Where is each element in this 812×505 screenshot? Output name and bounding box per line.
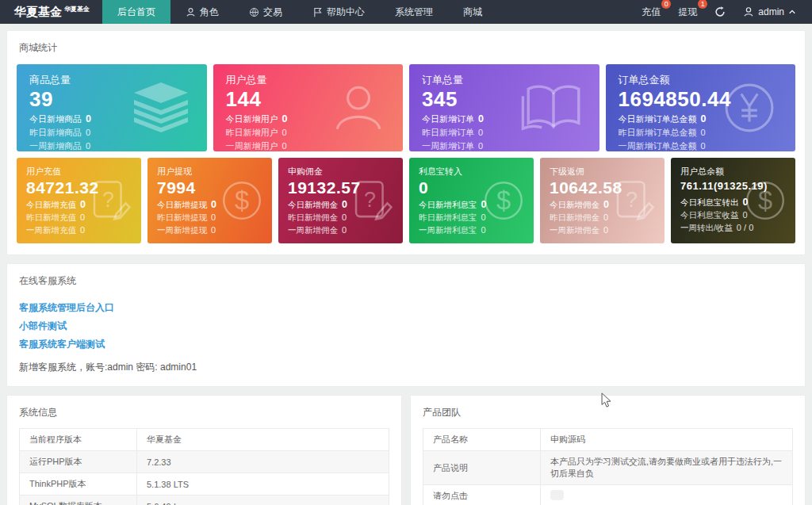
logo-subtitle: 华夏基金 xyxy=(64,5,90,13)
card-stat-line: 一周新增佣金 0 xyxy=(550,225,655,236)
refresh-icon[interactable] xyxy=(714,6,726,17)
nav-item-roles[interactable]: 角色 xyxy=(170,0,234,24)
big-stat-cards: 商品总量39今日新增商品 0昨日新增商品 0一周新增商品 0用户总量144今日新… xyxy=(7,62,805,151)
stat-card-interest-in[interactable]: 利息宝转入0今日新增利息宝 0昨日新增利息宝 0一周新增利息宝 0$ xyxy=(409,158,534,243)
svg-text:$: $ xyxy=(496,186,511,215)
nav-item-label: 帮助中心 xyxy=(327,6,365,19)
main-content: 商城统计 商品总量39今日新增商品 0昨日新增商品 0一周新增商品 0用户总量1… xyxy=(0,24,812,505)
user-icon xyxy=(743,6,754,17)
table-value: 申购源码 xyxy=(550,434,585,444)
card-stat-line: 一周新增提现 0 xyxy=(157,225,262,236)
svg-text:?: ? xyxy=(364,188,376,212)
svg-text:$: $ xyxy=(235,186,249,215)
card-stat-line: 一周新增利息宝 0 xyxy=(419,225,524,236)
nav-item-home[interactable]: 后台首页 xyxy=(102,0,170,24)
svg-text:$: $ xyxy=(758,186,772,215)
product-team-title: 产品团队 xyxy=(411,396,805,427)
stat-card-order-amount[interactable]: 订单总金额1694850.44今日新增订单总金额 0昨日新增订单总金额 0一周新… xyxy=(606,64,796,151)
nav-item-label: 商城 xyxy=(463,6,482,19)
card-title: 申购佣金 xyxy=(288,166,393,178)
person-icon xyxy=(186,7,196,17)
card-stat-line: 一周新增充值 0 xyxy=(26,225,132,236)
user-menu[interactable]: admin xyxy=(743,6,796,17)
stat-card-commission[interactable]: 申购佣金19132.57今日新增佣金 0昨日新增佣金 0一周新增佣金 0? xyxy=(278,158,403,243)
nav-item-label: 角色 xyxy=(200,6,219,19)
service-link-widget-test[interactable]: 小部件测试 xyxy=(19,319,793,333)
book-icon xyxy=(520,82,587,134)
mall-stats-title: 商城统计 xyxy=(7,31,805,62)
dollar-icon: $ xyxy=(481,180,526,221)
product-team-table: 产品名称申购源码产品说明本产品只为学习测试交流,请勿要做商业或者用于违法行为,一… xyxy=(423,428,793,505)
withdraw-button[interactable]: 提现1 xyxy=(678,6,697,19)
layers-icon xyxy=(128,82,194,134)
recharge-button[interactable]: 充值0 xyxy=(642,6,661,19)
card-title: 用户充值 xyxy=(26,166,132,178)
globe-icon xyxy=(249,7,259,17)
table-value: 5.1.38 LTS xyxy=(147,480,189,489)
flag-icon xyxy=(312,7,323,17)
service-panel-title: 在线客服系统 xyxy=(7,264,805,295)
service-note: 新增客服系统，账号:admin 密码: admin01 xyxy=(19,361,793,374)
table-value: 7.2.33 xyxy=(147,457,171,467)
table-row: 产品名称申购源码 xyxy=(423,429,793,451)
system-info-table: 当前程序版本华夏基金运行PHP版本7.2.33ThinkPHP版本5.1.38 … xyxy=(19,428,389,505)
table-label: 运行PHP版本 xyxy=(20,451,137,473)
dollar-icon: $ xyxy=(743,180,787,221)
system-info-title: 系统信息 xyxy=(7,396,401,427)
disabled-placeholder-icon xyxy=(550,490,564,500)
table-label: 请勿点击 xyxy=(423,485,541,505)
system-info-panel: 系统信息 当前程序版本华夏基金运行PHP版本7.2.33ThinkPHP版本5.… xyxy=(6,395,402,505)
table-label: 当前程序版本 xyxy=(20,429,137,451)
user-icon xyxy=(324,82,390,134)
recharge-badge: 0 xyxy=(661,0,671,9)
stat-card-withdraw[interactable]: 用户提现7994今日新增提现 0昨日新增提现 0一周新增提现 0$ xyxy=(147,158,272,243)
table-row: 当前程序版本华夏基金 xyxy=(20,429,389,451)
table-row: MySQL数据库版本5.6.49-log xyxy=(20,495,389,505)
bottom-panels: 系统信息 当前程序版本华夏基金运行PHP版本7.2.33ThinkPHP版本5.… xyxy=(6,395,806,505)
stat-card-user-balance[interactable]: 用户总余额761.11(91325.19)今日利息宝转出 0今日利息宝收益 0一… xyxy=(671,158,795,243)
doc-question-icon: ? xyxy=(612,180,657,221)
stat-card-recharge[interactable]: 用户充值84721.32今日新增充值 0昨日新增充值 0一周新增充值 0? xyxy=(17,158,141,243)
nav-item-label: 交易 xyxy=(263,6,282,19)
service-links: 客服系统管理后台入口小部件测试客服系统客户端测试新增客服系统，账号:admin … xyxy=(7,295,805,386)
chevron-up-icon xyxy=(788,9,796,15)
service-link-admin-entry[interactable]: 客服系统管理后台入口 xyxy=(19,301,793,315)
table-row: 运行PHP版本7.2.33 xyxy=(20,451,389,473)
card-title: 下级返佣 xyxy=(550,166,655,178)
card-stat-line: 一周新增商品 0 xyxy=(29,140,194,151)
nav-item-label: 系统管理 xyxy=(395,6,433,19)
svg-text:?: ? xyxy=(626,188,638,212)
nav-item-system[interactable]: 系统管理 xyxy=(380,0,448,24)
table-value: 华夏基金 xyxy=(147,434,182,444)
table-row: 产品说明本产品只为学习测试交流,请勿要做商业或者用于违法行为,一切后果自负 xyxy=(423,451,793,485)
table-label: 产品说明 xyxy=(423,451,541,485)
service-link-client-test[interactable]: 客服系统客户端测试 xyxy=(19,338,793,351)
product-team-panel: 产品团队 产品名称申购源码产品说明本产品只为学习测试交流,请勿要做商业或者用于违… xyxy=(410,395,806,505)
app-logo[interactable]: 华夏基金华夏基金 xyxy=(0,0,102,24)
withdraw-label: 提现 xyxy=(678,6,697,17)
small-stat-cards: 用户充值84721.32今日新增充值 0昨日新增充值 0一周新增充值 0?用户提… xyxy=(7,151,805,254)
card-stat-line: 一周新增用户 0 xyxy=(226,140,391,151)
yen-icon xyxy=(716,82,783,134)
svg-text:?: ? xyxy=(102,188,114,212)
nav-item-mall[interactable]: 商城 xyxy=(448,0,497,24)
main-menu: 后台首页角色交易帮助中心系统管理商城 xyxy=(102,0,497,24)
dollar-icon: $ xyxy=(220,180,264,221)
card-stat-line: 一周新增订单总金额 0 xyxy=(619,140,783,151)
nav-item-trade[interactable]: 交易 xyxy=(234,0,297,24)
stat-card-products[interactable]: 商品总量39今日新增商品 0昨日新增商品 0一周新增商品 0 xyxy=(17,64,207,151)
withdraw-badge: 1 xyxy=(698,0,707,9)
recharge-label: 充值 xyxy=(642,6,661,17)
table-label: MySQL数据库版本 xyxy=(20,495,137,505)
stat-card-sub-rebate[interactable]: 下级返佣10642.58今日新增佣金 0昨日新增佣金 0一周新增佣金 0? xyxy=(540,158,665,243)
stat-card-orders[interactable]: 订单总量345今日新增订单 0昨日新增订单 0一周新增订单 0 xyxy=(409,64,599,151)
card-title: 用户提现 xyxy=(157,166,262,178)
service-panel: 在线客服系统 客服系统管理后台入口小部件测试客服系统客户端测试新增客服系统，账号… xyxy=(6,263,806,387)
doc-question-icon: ? xyxy=(350,180,395,221)
card-stat-line: 一周新增订单 0 xyxy=(422,140,587,151)
card-title: 用户总余额 xyxy=(680,166,786,178)
table-row: ThinkPHP版本5.1.38 LTS xyxy=(20,473,389,495)
table-value: 本产品只为学习测试交流,请勿要做商业或者用于违法行为,一切后果自负 xyxy=(550,457,782,478)
nav-item-help[interactable]: 帮助中心 xyxy=(297,0,380,24)
stat-card-users[interactable]: 用户总量144今日新增用户 0昨日新增用户 0一周新增用户 0 xyxy=(213,64,404,151)
